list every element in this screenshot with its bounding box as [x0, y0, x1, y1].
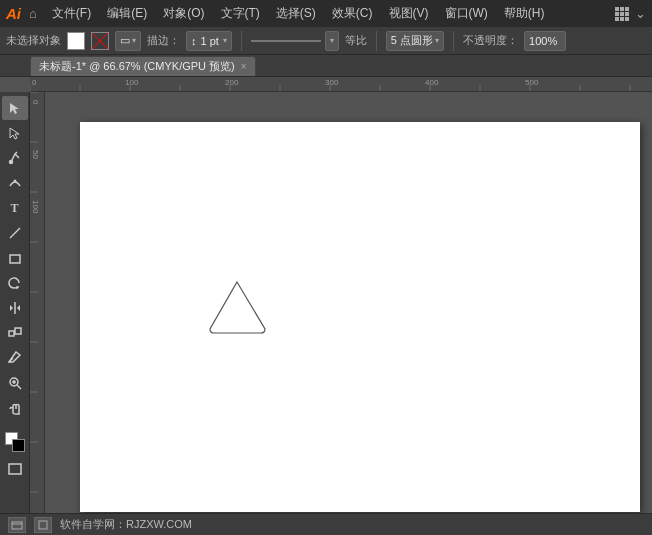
stroke-label: 描边：	[147, 33, 180, 48]
menu-edit[interactable]: 编辑(E)	[100, 3, 154, 24]
pen-tool-button[interactable]	[2, 146, 28, 170]
menu-view[interactable]: 视图(V)	[382, 3, 436, 24]
menu-window[interactable]: 窗口(W)	[438, 3, 495, 24]
divider2	[376, 31, 377, 51]
stroke-line-preview	[251, 40, 321, 42]
opacity-label: 不透明度：	[463, 33, 518, 48]
status-bar: 软件自学网：RJZXW.COM	[0, 513, 652, 535]
curvature-tool-button[interactable]	[2, 171, 28, 195]
svg-text:50: 50	[31, 150, 40, 159]
stroke-line-container: ▾	[251, 31, 339, 51]
direct-selection-tool-button[interactable]	[2, 121, 28, 145]
svg-text:0: 0	[32, 78, 37, 87]
svg-line-33	[17, 385, 21, 389]
artboards-icon[interactable]	[34, 517, 52, 533]
main-area: T	[0, 92, 652, 515]
horizontal-ruler: 0 100 200 300 400 500	[30, 77, 652, 92]
equal-scale-label: 等比	[345, 33, 367, 48]
website-label: 软件自学网：RJZXW.COM	[60, 517, 192, 532]
title-bar: Ai ⌂ 文件(F) 编辑(E) 对象(O) 文字(T) 选择(S) 效果(C)…	[0, 0, 652, 27]
svg-marker-19	[10, 103, 19, 114]
menu-text[interactable]: 文字(T)	[214, 3, 267, 24]
tab-bar: 未标题-1* @ 66.67% (CMYK/GPU 预览) ×	[0, 55, 652, 77]
layers-icon[interactable]	[8, 517, 26, 533]
divider	[241, 31, 242, 51]
no-selection-label: 未选择对象	[6, 33, 61, 48]
divider3	[453, 31, 454, 51]
canvas-area[interactable]: 0 50 100	[30, 92, 652, 515]
workspace-switcher-icon[interactable]	[615, 7, 629, 21]
line-tool-button[interactable]	[2, 221, 28, 245]
menu-bar: 文件(F) 编辑(E) 对象(O) 文字(T) 选择(S) 效果(C) 视图(V…	[45, 3, 611, 24]
scale-tool-button[interactable]	[2, 321, 28, 345]
screen-mode-button[interactable]	[2, 457, 28, 481]
menu-object[interactable]: 对象(O)	[156, 3, 211, 24]
svg-text:100: 100	[125, 78, 139, 87]
stroke-dropdown[interactable]: ▭ ▾	[115, 31, 141, 51]
stroke-profile-dropdown[interactable]: ▾	[325, 31, 339, 51]
menu-select[interactable]: 选择(S)	[269, 3, 323, 24]
ai-logo: Ai	[6, 5, 21, 22]
hand-tool-button[interactable]	[2, 396, 28, 420]
svg-rect-51	[39, 521, 47, 529]
type-tool-button[interactable]: T	[2, 196, 28, 220]
svg-line-23	[10, 228, 20, 238]
svg-text:500: 500	[525, 78, 539, 87]
selection-tool-button[interactable]	[2, 96, 28, 120]
fill-swatch[interactable]	[67, 32, 85, 50]
svg-text:400: 400	[425, 78, 439, 87]
stroke-swatch[interactable]	[91, 32, 109, 50]
zoom-tool-button[interactable]	[2, 371, 28, 395]
eraser-tool-button[interactable]	[2, 346, 28, 370]
svg-point-21	[9, 161, 12, 164]
control-bar: 未选择对象 ▭ ▾ 描边： ↕ 1 pt ▾ ▾ 等比 5 点圆形 ▾ 不透明度…	[0, 27, 652, 55]
rotate-tool-button[interactable]	[2, 271, 28, 295]
stroke-value: 1 pt	[201, 35, 219, 47]
menu-help[interactable]: 帮助(H)	[497, 3, 552, 24]
menu-file[interactable]: 文件(F)	[45, 3, 98, 24]
svg-rect-49	[12, 522, 22, 529]
toolbar: T	[0, 92, 30, 515]
svg-rect-24	[10, 255, 20, 263]
stroke-value-stepper[interactable]: ↕ 1 pt ▾	[186, 31, 232, 51]
expand-icon[interactable]: ⌄	[635, 6, 646, 21]
reflect-tool-button[interactable]	[2, 296, 28, 320]
svg-marker-26	[10, 305, 13, 311]
rectangle-tool-button[interactable]	[2, 246, 28, 270]
svg-marker-20	[10, 128, 19, 139]
svg-point-22	[13, 180, 16, 183]
svg-rect-28	[9, 331, 14, 336]
tab-title: 未标题-1* @ 66.67% (CMYK/GPU 预览)	[39, 59, 235, 74]
brush-label: 5 点圆形	[391, 33, 433, 48]
artboard	[80, 122, 640, 512]
svg-text:300: 300	[325, 78, 339, 87]
brush-dropdown[interactable]: 5 点圆形 ▾	[386, 31, 444, 51]
home-icon[interactable]: ⌂	[29, 6, 37, 21]
document-tab[interactable]: 未标题-1* @ 66.67% (CMYK/GPU 预览) ×	[30, 56, 256, 76]
menu-effect[interactable]: 效果(C)	[325, 3, 380, 24]
svg-rect-36	[9, 464, 21, 474]
tab-close-button[interactable]: ×	[241, 61, 247, 72]
triangle-shape	[205, 277, 270, 338]
opacity-input[interactable]: 100%	[524, 31, 566, 51]
vertical-ruler: 0 50 100	[30, 92, 45, 515]
svg-rect-29	[15, 328, 21, 334]
svg-text:0: 0	[31, 100, 40, 105]
svg-marker-27	[17, 305, 20, 311]
svg-text:100: 100	[31, 200, 40, 214]
title-right: ⌄	[615, 6, 646, 21]
fill-stroke-button[interactable]	[2, 428, 28, 456]
svg-text:200: 200	[225, 78, 239, 87]
